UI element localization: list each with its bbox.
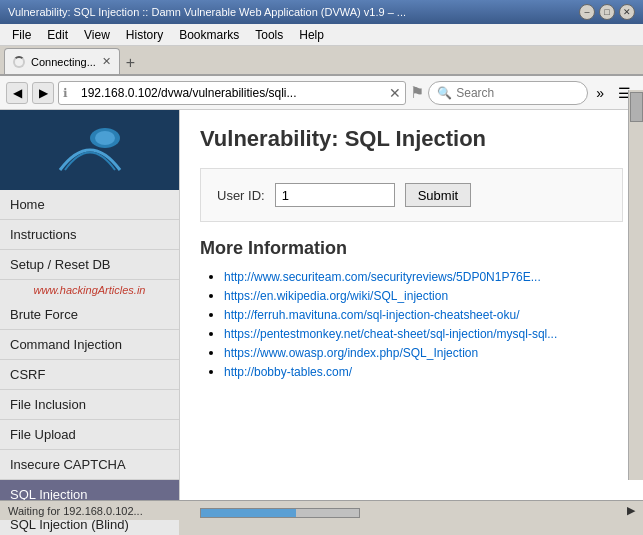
menu-bookmarks[interactable]: Bookmarks [171,26,247,44]
favicon-icon: ℹ [63,86,77,100]
watermark: www.hackingArticles.in [0,280,179,300]
menu-file[interactable]: File [4,26,39,44]
form-row: User ID: Submit [217,183,606,207]
more-info-link[interactable]: http://bobby-tables.com/ [224,365,352,379]
scrollbar-right[interactable] [628,90,643,480]
window-title: Vulnerability: SQL Injection :: Damn Vul… [8,6,406,18]
svg-point-2 [95,131,115,145]
main-content: Vulnerability: SQL Injection User ID: Su… [180,110,643,500]
progress-bar-fill [201,509,296,517]
tab-close-button[interactable]: ✕ [102,55,111,68]
sidebar-item-brute-force[interactable]: Brute Force [0,300,179,330]
more-info-title: More Information [200,238,623,259]
links-list: http://www.securiteam.com/securityreview… [200,269,623,379]
title-bar: Vulnerability: SQL Injection :: Damn Vul… [0,0,643,24]
url-input[interactable] [81,86,385,100]
status-text: Waiting for 192.168.0.102... [8,505,143,517]
submit-button[interactable]: Submit [405,183,471,207]
menu-help[interactable]: Help [291,26,332,44]
active-tab[interactable]: Connecting... ✕ [4,48,120,74]
sidebar-item-insecure-captcha[interactable]: Insecure CAPTCHA [0,450,179,480]
sidebar-item-command-injection[interactable]: Command Injection [0,330,179,360]
more-info-link[interactable]: https://en.wikipedia.org/wiki/SQL_inject… [224,289,448,303]
more-info-link[interactable]: https://pentestmonkey.net/cheat-sheet/sq… [224,327,557,341]
list-item: http://www.securiteam.com/securityreview… [224,269,623,284]
sidebar-item-csrf[interactable]: CSRF [0,360,179,390]
sidebar-item-home[interactable]: Home [0,190,179,220]
close-button[interactable]: ✕ [619,4,635,20]
list-item: https://en.wikipedia.org/wiki/SQL_inject… [224,288,623,303]
search-icon: 🔍 [437,86,452,100]
more-info-link[interactable]: https://www.owasp.org/index.php/SQL_Inje… [224,346,478,360]
sidebar: Home Instructions Setup / Reset DB www.h… [0,110,180,500]
list-item: https://www.owasp.org/index.php/SQL_Inje… [224,345,623,360]
sidebar-logo [0,110,179,190]
more-info-link[interactable]: http://ferruh.mavituna.com/sql-injection… [224,308,519,322]
more-info-link[interactable]: http://www.securiteam.com/securityreview… [224,270,541,284]
list-item: https://pentestmonkey.net/cheat-sheet/sq… [224,326,623,341]
tab-bar: Connecting... ✕ + [0,46,643,76]
user-id-input[interactable] [275,183,395,207]
menu-tools[interactable]: Tools [247,26,291,44]
minimize-button[interactable]: – [579,4,595,20]
menu-history[interactable]: History [118,26,171,44]
user-id-label: User ID: [217,188,265,203]
scrollbar-thumb[interactable] [630,92,643,122]
bookmark-icon[interactable]: ⚑ [410,83,424,102]
back-button[interactable]: ◀ [6,82,28,104]
address-bar: ◀ ▶ ℹ ✕ ⚑ 🔍 » ☰ [0,76,643,110]
loading-spinner [13,56,25,68]
new-tab-button[interactable]: + [120,52,141,74]
url-bar-container: ℹ ✕ [58,81,406,105]
list-item: http://ferruh.mavituna.com/sql-injection… [224,307,623,322]
url-clear-button[interactable]: ✕ [389,85,401,101]
page-title: Vulnerability: SQL Injection [200,126,623,152]
maximize-button[interactable]: □ [599,4,615,20]
sidebar-item-file-inclusion[interactable]: File Inclusion [0,390,179,420]
menu-edit[interactable]: Edit [39,26,76,44]
scroll-right-icon[interactable]: ▶ [627,504,635,517]
sidebar-item-setup[interactable]: Setup / Reset DB [0,250,179,280]
sidebar-item-instructions[interactable]: Instructions [0,220,179,250]
list-item: http://bobby-tables.com/ [224,364,623,379]
form-section: User ID: Submit [200,168,623,222]
tab-label: Connecting... [31,56,96,68]
status-bar: Waiting for 192.168.0.102... ▶ [0,500,643,520]
browser-content: Home Instructions Setup / Reset DB www.h… [0,110,643,500]
menu-bar: File Edit View History Bookmarks Tools H… [0,24,643,46]
forward-button[interactable]: ▶ [32,82,54,104]
sidebar-item-file-upload[interactable]: File Upload [0,420,179,450]
overflow-button[interactable]: » [592,83,608,103]
search-input[interactable] [456,86,576,100]
menu-view[interactable]: View [76,26,118,44]
dvwa-logo-image [50,120,130,180]
progress-bar-container [200,508,360,518]
window-controls: – □ ✕ [579,4,635,20]
search-container: 🔍 [428,81,588,105]
